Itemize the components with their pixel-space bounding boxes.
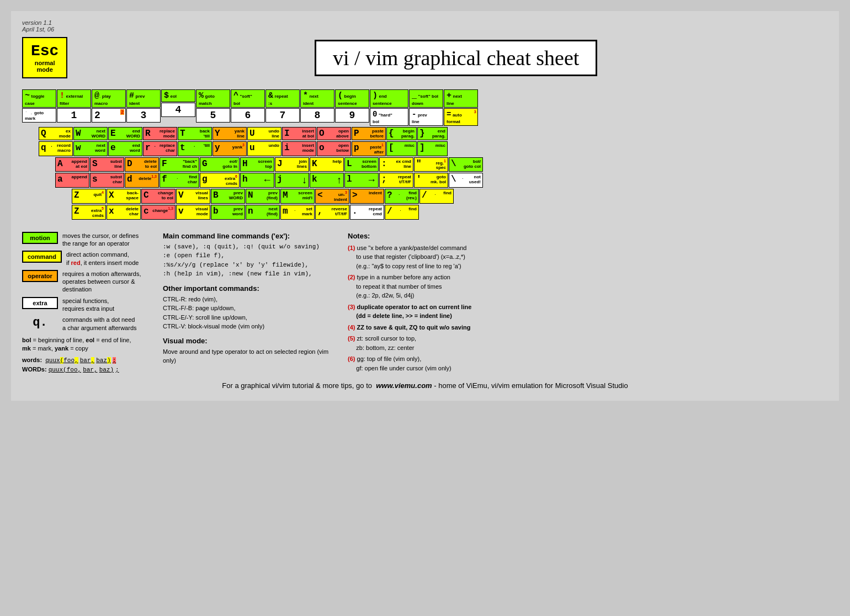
- two-num-key: 2 2: [92, 108, 126, 123]
- lparen-key-pair: ( beginsentence 9: [335, 89, 369, 126]
- zxcv-upper-row: Z quit4 X back-space C changeto eol: [72, 189, 828, 204]
- rparen-sym-key: ) endsentence: [370, 89, 408, 108]
- g-key: G eof/goto ln: [200, 157, 240, 172]
- asdf-lower-row: a append s substchar d delete1,3: [55, 173, 828, 188]
- i-lower-key: i insertmode: [282, 141, 316, 156]
- w-lower-char: w: [76, 143, 81, 153]
- other-commands-title: Other important commands:: [163, 284, 334, 293]
- n-key: N prev(find): [246, 189, 280, 204]
- colon-key: : ex cmdline: [379, 157, 413, 172]
- six-num-key: 6: [231, 108, 265, 123]
- two-sup: 2: [120, 109, 124, 115]
- equals-sup: 3: [474, 109, 476, 114]
- extra-badge: extra: [22, 297, 58, 309]
- page: version 1.1April 1st, 06 Esc normalmode …: [11, 11, 839, 401]
- z-char: Z: [74, 190, 79, 200]
- period-key: . repeatcmd: [350, 205, 384, 220]
- amp-sym-key: & repeat:s: [265, 89, 300, 108]
- exclaim-key-pair: ! externalfilter 1: [57, 89, 91, 126]
- qmark-key: ?. find(rev.): [385, 189, 419, 204]
- n-lower-key: n next(find): [246, 205, 280, 220]
- lbracket-char: [: [389, 143, 394, 153]
- d-lower-key: d delete1,3: [125, 173, 159, 188]
- m-lower-char: m: [283, 206, 288, 216]
- gt-char: >: [352, 190, 358, 200]
- e-key: E endWORD: [108, 127, 142, 140]
- h-lower-char: h: [242, 174, 248, 186]
- at-key-pair: @. playmacro 2 2: [92, 89, 126, 126]
- n-lower-char: n: [248, 206, 253, 216]
- y-key: Y yankline: [212, 127, 247, 140]
- qmark-label: find(rev.): [406, 190, 417, 200]
- v-lower-label: visualmode: [195, 206, 208, 216]
- y-lower-char: y: [215, 143, 220, 153]
- underscore-char: _: [412, 91, 417, 100]
- lt-char: <: [317, 190, 323, 202]
- m-lower-key: m. setmark: [280, 205, 315, 220]
- x-label: back-space: [126, 190, 139, 200]
- k-label: help: [333, 159, 342, 169]
- words-example2: WORDs: quux(foo, bar, baz) ;: [22, 366, 149, 373]
- e-label: endWORD: [126, 129, 140, 139]
- a-char: A: [57, 159, 63, 169]
- lt-key: < un-3indent: [315, 189, 349, 204]
- plus-key-pair: + nextline = autoformat 3: [444, 89, 478, 126]
- a-lower-char: a: [57, 174, 63, 184]
- m-char: M: [283, 190, 288, 200]
- comma-key: , reverset/T/f/F: [315, 205, 349, 220]
- command-badge: command: [22, 251, 62, 263]
- b-label: prevWORD: [229, 190, 243, 200]
- bottom-url[interactable]: www.viemu.com: [376, 381, 432, 390]
- x-lower-char: x: [109, 206, 114, 216]
- bottom-text: For a graphical vi/vim tutorial & more t…: [222, 381, 372, 390]
- five-num-key: 5: [196, 108, 230, 123]
- d-label: deleteto eol: [144, 159, 157, 169]
- dot-char: q.: [22, 316, 58, 330]
- caret-char: ^: [233, 91, 238, 100]
- c-lower-label: change1,3: [152, 206, 173, 216]
- b-lower-key: b prevword: [211, 205, 245, 220]
- i-label: insertat bol: [302, 129, 314, 139]
- bottom-bar: For a graphical vi/vim tutorial & more t…: [22, 381, 828, 390]
- command-desc: direct action command,if red, it enters …: [66, 251, 139, 267]
- tilde-key-pair: ~ togglecase ` . gotomark: [22, 89, 56, 126]
- dollar-key-pair: $ eol 4: [161, 89, 195, 126]
- l-key: L screenbottom: [344, 157, 379, 172]
- title-heading: vi / vim graphical cheat sheet: [315, 40, 597, 76]
- visual-mode-title: Visual mode:: [163, 337, 334, 345]
- percent-key-pair: % gotomatch 5: [196, 89, 230, 126]
- rparen-char: ): [373, 91, 378, 100]
- one-num-key: 1: [57, 108, 91, 123]
- t-char: T: [180, 129, 185, 139]
- note-4: (4) ZZ to save & quit, ZQ to quit w/o sa…: [348, 323, 828, 332]
- dollar-label: eol: [171, 94, 177, 99]
- exclaim-char: !: [60, 91, 65, 100]
- minus-char: -: [412, 110, 416, 119]
- dollar-char: $: [164, 91, 169, 100]
- period-label: repeatcmd: [369, 206, 382, 216]
- j-lower-key: j ↓: [275, 173, 309, 188]
- y-lower-label: yank3: [232, 143, 245, 153]
- z-lower-key: Z extra5cmds: [72, 205, 106, 220]
- u-lower-key: u undo: [247, 141, 281, 156]
- bol-line: bol = beginning of line, eol = end of li…: [22, 336, 149, 353]
- lbrace-label: beginparag.: [401, 129, 415, 139]
- nine-num-key: 9: [335, 108, 369, 123]
- g-char: G: [202, 159, 208, 169]
- fslash-lower-char: /: [387, 206, 392, 216]
- m-dot: .: [294, 206, 296, 216]
- r-char: R: [145, 129, 151, 139]
- rbrace-label: endparag.: [432, 129, 445, 139]
- v-key: V visuallines: [176, 189, 210, 204]
- note-2: (2) type in a number before any action t…: [348, 273, 828, 300]
- command-legend: command direct action command,if red, it…: [22, 251, 149, 267]
- three-num-key: 3: [126, 108, 161, 123]
- rparen-key-pair: ) endsentence 0 "hard"bol: [370, 89, 408, 126]
- operator-legend: operator requires a motion afterwards,op…: [22, 270, 149, 294]
- b-lower-char: b: [213, 206, 219, 216]
- e-lower-char: e: [110, 143, 116, 153]
- pipe-label: bol/goto col: [464, 159, 481, 169]
- esc-key: Esc normalmode: [22, 37, 67, 78]
- qmark-char: ?: [387, 190, 392, 200]
- colon-char: :: [381, 159, 387, 169]
